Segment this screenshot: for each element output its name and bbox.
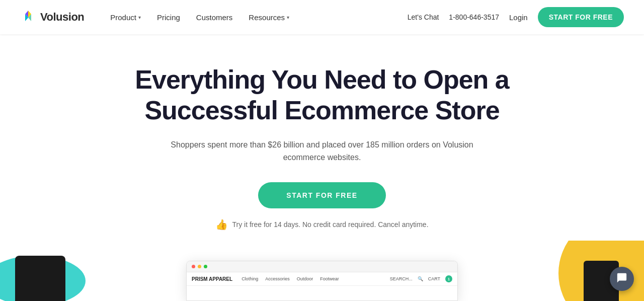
nav-customers[interactable]: Customers: [188, 9, 241, 26]
mock-cart-label: CART: [428, 276, 440, 281]
chat-bubble-button[interactable]: [610, 267, 634, 291]
logo-label: Volusion: [40, 11, 84, 24]
mock-store-brand: PRISM APPAREL: [192, 276, 232, 282]
mock-cart-badge: 1: [445, 275, 452, 282]
trial-info: 👍 Try it free for 14 days. No credit car…: [215, 218, 428, 231]
chevron-down-icon-2: ▾: [287, 15, 289, 20]
hero-title: Everything You Need to Open a Successful…: [121, 64, 523, 126]
hero-cta-button[interactable]: START FOR FREE: [258, 182, 385, 208]
nav-right: Let's Chat 1-800-646-3517 Login START FO…: [408, 7, 624, 27]
mock-nav-clothing: Clothing: [242, 276, 258, 281]
trial-text-label: Try it free for 14 days. No credit card …: [232, 220, 428, 229]
mock-nav-outdoor: Outdoor: [297, 276, 313, 281]
chat-bubble-icon: [616, 272, 627, 286]
lets-chat-link[interactable]: Let's Chat: [408, 13, 439, 21]
nav-pricing[interactable]: Pricing: [149, 9, 188, 26]
browser-dot-red: [192, 265, 195, 268]
mock-nav-accessories: Accessories: [265, 276, 290, 281]
hero-subtitle: Shoppers spent more than $26 billion and…: [166, 138, 478, 164]
mock-store-nav: Clothing Accessories Outdoor Footwear: [242, 276, 339, 281]
mock-store-actions: SEARCH... 🔍 CART 1: [390, 275, 452, 282]
browser-dot-yellow: [198, 265, 201, 268]
phone-number: 1-800-646-3517: [449, 13, 499, 21]
mock-search-label: SEARCH...: [390, 276, 413, 281]
navbar: Volusion Product ▾ Pricing Customers Res…: [0, 0, 644, 34]
thumbs-up-icon: 👍: [215, 218, 228, 231]
login-link[interactable]: Login: [509, 13, 528, 22]
hero-section: Everything You Need to Open a Successful…: [0, 34, 644, 246]
search-icon: 🔍: [418, 276, 423, 281]
nav-product[interactable]: Product ▾: [102, 9, 149, 26]
nav-resources[interactable]: Resources ▾: [240, 9, 297, 26]
dark-jacket-shape: [15, 256, 65, 301]
logo[interactable]: Volusion: [20, 9, 84, 25]
left-decoration: [0, 251, 111, 301]
mock-browser-preview: PRISM APPAREL Clothing Accessories Outdo…: [186, 261, 458, 301]
nav-cta-button[interactable]: START FOR FREE: [538, 7, 624, 27]
nav-links: Product ▾ Pricing Customers Resources ▾: [102, 9, 407, 26]
browser-bar: [187, 261, 457, 272]
browser-dot-green: [204, 265, 207, 268]
browser-content: PRISM APPAREL Clothing Accessories Outdo…: [187, 272, 457, 286]
mock-nav-footwear: Footwear: [320, 276, 339, 281]
chevron-down-icon: ▾: [138, 15, 141, 20]
